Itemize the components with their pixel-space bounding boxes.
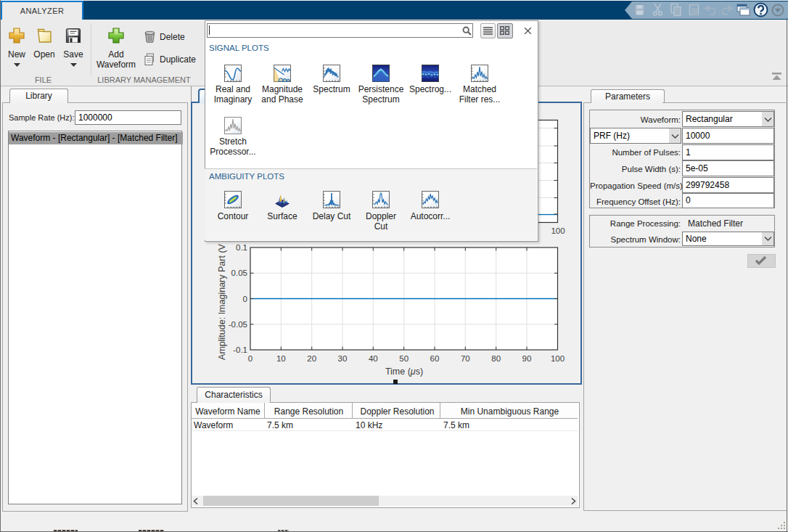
svg-text:0.1: 0.1 bbox=[236, 243, 247, 252]
svg-text:20: 20 bbox=[307, 354, 316, 363]
svg-text:0: 0 bbox=[248, 354, 253, 363]
svg-text:10: 10 bbox=[276, 354, 286, 363]
svg-text:30: 30 bbox=[338, 354, 348, 363]
svg-text:80: 80 bbox=[491, 354, 501, 363]
svg-text:70: 70 bbox=[461, 354, 470, 363]
svg-text:Time (μs): Time (μs) bbox=[385, 367, 423, 377]
svg-text:0.05: 0.05 bbox=[231, 269, 247, 277]
svg-text:0: 0 bbox=[243, 295, 247, 303]
svg-text:100: 100 bbox=[551, 354, 565, 363]
svg-text:60: 60 bbox=[430, 354, 440, 363]
svg-text:100: 100 bbox=[551, 226, 565, 235]
svg-text:50: 50 bbox=[399, 354, 409, 363]
svg-text:90: 90 bbox=[522, 354, 532, 363]
svg-text:Amplitude: Imaginary Part (V: Amplitude: Imaginary Part (V bbox=[217, 243, 227, 359]
svg-text:-0.05: -0.05 bbox=[229, 320, 247, 329]
svg-text:40: 40 bbox=[369, 354, 378, 363]
svg-text:-0.1: -0.1 bbox=[233, 345, 247, 354]
